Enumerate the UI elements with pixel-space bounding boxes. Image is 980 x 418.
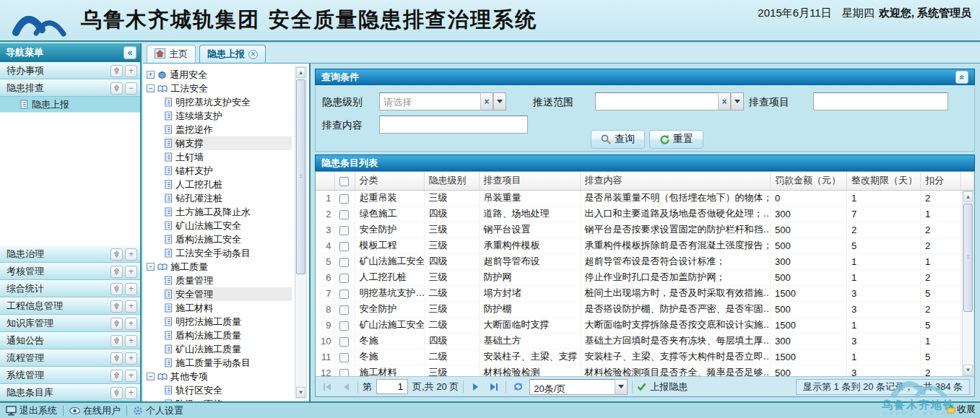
prev-page-button[interactable]	[339, 380, 353, 394]
next-page-button[interactable]	[468, 380, 482, 394]
row-checkbox[interactable]	[339, 258, 349, 267]
pin-icon[interactable]	[110, 318, 123, 330]
push-scope-combobox[interactable]: ×	[595, 92, 744, 110]
report-hazard-button[interactable]: 上报隐患	[637, 380, 688, 393]
tree-item[interactable]: 盾构法施工质量	[164, 328, 292, 342]
sidebar-item[interactable]: 综合统计+	[0, 280, 140, 297]
collapse-expand-button[interactable]: 收展	[947, 403, 976, 416]
row-checkbox[interactable]	[339, 321, 349, 331]
expand-button[interactable]: +	[125, 370, 137, 382]
tree-item[interactable]: 盖挖逆作	[164, 123, 292, 136]
sidebar-item-hazard-check[interactable]: 隐患排查 −	[0, 79, 140, 97]
push-scope-value[interactable]	[595, 92, 718, 110]
pin-icon[interactable]	[110, 248, 123, 261]
chevron-down-icon[interactable]	[731, 92, 744, 110]
select-all-checkbox[interactable]	[339, 177, 349, 186]
online-users-button[interactable]: 在线用户	[69, 404, 121, 417]
tab-hazard-report[interactable]: 隐患上报 ✕	[199, 45, 266, 63]
expand-button[interactable]: +	[125, 352, 137, 365]
tree-item[interactable]: 施工质量手动条目	[164, 356, 292, 370]
scrollbar-thumb[interactable]	[296, 79, 305, 274]
sidebar-item[interactable]: 通知公告+	[0, 332, 140, 349]
sidebar-item[interactable]: 系统管理+	[0, 367, 140, 384]
tree-group[interactable]: −工法安全	[147, 82, 292, 95]
sidebar-item-todo[interactable]: 待办事项 +	[0, 62, 140, 79]
tree-item[interactable]: 连续墙支护	[164, 109, 292, 123]
page-size-select[interactable]: 20条/页	[529, 379, 628, 395]
level-combobox[interactable]: 请选择 ×	[379, 92, 506, 110]
row-checkbox[interactable]	[339, 305, 349, 315]
tree-group[interactable]: −其他专项	[147, 370, 292, 383]
content-input[interactable]	[379, 116, 528, 134]
sidebar-item[interactable]: 工程信息管理+	[0, 297, 140, 315]
page-size-value[interactable]: 20条/页	[529, 379, 615, 395]
tree-item[interactable]: 土方施工及降止水	[164, 205, 292, 219]
tree-scrollbar[interactable]: ▲ ▼	[295, 66, 307, 399]
scroll-up-icon[interactable]: ▲	[963, 191, 973, 202]
sidebar-item[interactable]: 知识库管理+	[0, 315, 140, 332]
sidebar-item[interactable]: 流程管理+	[0, 349, 140, 367]
chevron-down-icon[interactable]	[615, 379, 628, 395]
logout-button[interactable]: 退出系统	[6, 404, 57, 417]
row-checkbox[interactable]	[339, 210, 349, 219]
scroll-down-icon[interactable]: ▼	[296, 387, 305, 398]
tree-item[interactable]: 盾构法施工安全	[164, 232, 292, 246]
collapse-icon[interactable]: −	[147, 263, 155, 271]
collapse-icon[interactable]: −	[147, 84, 155, 92]
pin-icon[interactable]	[110, 82, 123, 95]
expand-button[interactable]: +	[125, 248, 137, 261]
tree-item[interactable]: 人工挖孔桩	[164, 178, 292, 191]
tab-home[interactable]: 主页	[147, 45, 196, 63]
expand-button[interactable]: +	[125, 65, 137, 77]
row-checkbox[interactable]	[339, 337, 349, 347]
tree-group[interactable]: −施工质量	[147, 260, 292, 274]
tree-item[interactable]: 明挖法施工质量	[164, 315, 292, 328]
expand-icon[interactable]: +	[147, 71, 155, 79]
pin-icon[interactable]	[110, 65, 123, 77]
tree-item[interactable]: 质量管理	[164, 274, 292, 287]
row-checkbox[interactable]	[339, 274, 349, 283]
sidebar-item[interactable]: 隐患条目库+	[0, 384, 140, 401]
sidebar-item[interactable]: 考核管理+	[0, 263, 140, 280]
row-checkbox[interactable]	[339, 369, 349, 376]
tree-item[interactable]: 锚杆支护	[164, 164, 292, 178]
pin-icon[interactable]	[110, 266, 123, 278]
row-checkbox[interactable]	[339, 289, 349, 299]
refresh-icon[interactable]	[511, 380, 525, 394]
tree-item[interactable]: 土钉墙	[164, 150, 292, 164]
first-page-button[interactable]	[320, 380, 334, 394]
panel-collapse-button[interactable]: «	[955, 71, 968, 84]
row-checkbox[interactable]	[339, 226, 349, 235]
sidebar-subitem-hazard-report[interactable]: 隐患上报	[0, 97, 140, 113]
expand-button[interactable]: +	[125, 318, 137, 330]
tree-item[interactable]: 安全管理	[164, 287, 292, 301]
pin-icon[interactable]	[110, 352, 123, 365]
search-button[interactable]: 查询	[591, 130, 645, 149]
pin-icon[interactable]	[110, 300, 123, 313]
clear-icon[interactable]: ×	[480, 92, 493, 110]
row-checkbox[interactable]	[339, 242, 349, 251]
chevron-down-icon[interactable]	[493, 92, 506, 110]
clear-icon[interactable]: ×	[718, 92, 731, 110]
last-page-button[interactable]	[487, 380, 501, 394]
table-scrollbar[interactable]: ▲ ▼	[962, 191, 974, 376]
sidebar-item[interactable]: 隐患治理+	[0, 245, 140, 263]
tree-item[interactable]: 施工材料	[164, 301, 292, 315]
pin-icon[interactable]	[110, 283, 123, 295]
scrollbar-thumb[interactable]	[963, 204, 973, 312]
scroll-up-icon[interactable]: ▲	[296, 67, 305, 78]
expand-button[interactable]: +	[125, 266, 137, 278]
pin-icon[interactable]	[110, 387, 123, 399]
page-number-input[interactable]	[376, 379, 408, 394]
tree-item[interactable]: 矿山法施工质量	[164, 342, 292, 356]
reset-button[interactable]: 重置	[649, 130, 703, 149]
collapse-button[interactable]: −	[125, 82, 137, 95]
level-value[interactable]: 请选择	[379, 92, 480, 110]
tree-item[interactable]: 钻孔灌注桩	[164, 191, 292, 205]
pin-icon[interactable]	[110, 335, 123, 347]
tree-item[interactable]: 钢支撑	[164, 136, 292, 150]
pin-icon[interactable]	[110, 370, 123, 382]
expand-button[interactable]: +	[125, 335, 137, 347]
tree-item[interactable]: 矿山法施工安全	[164, 219, 292, 232]
project-input[interactable]	[813, 92, 948, 110]
